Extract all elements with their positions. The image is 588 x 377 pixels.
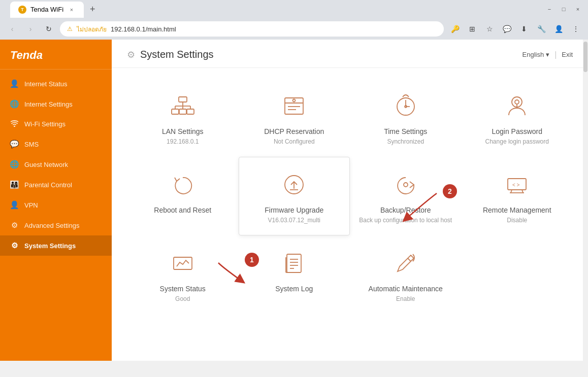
- maximize-button[interactable]: □: [559, 4, 569, 14]
- card-title: Automatic Maintenance: [369, 285, 443, 293]
- sidebar-item-label: SMS: [24, 141, 39, 148]
- app-container: Tenda 👤 Internet Status 🌐 Internet Setti…: [0, 40, 588, 361]
- svg-rect-30: [174, 257, 192, 269]
- card-title: System Status: [160, 285, 206, 293]
- sidebar-item-parental-control[interactable]: 👨‍👩‍👧 Parental Control: [0, 175, 112, 195]
- card-lan-settings[interactable]: LAN Settings 192.168.0.1: [127, 78, 239, 157]
- card-system-log[interactable]: System Log: [239, 235, 350, 314]
- svg-text:< >: < >: [512, 182, 520, 188]
- card-dhcp-reservation[interactable]: DHCP Reservation Not Configured: [239, 78, 350, 157]
- login-password-icon: [502, 91, 532, 121]
- sidebar-item-label: System Settings: [24, 242, 76, 250]
- sidebar-item-internet-settings[interactable]: 🌐 Internet Settings: [0, 94, 112, 114]
- title-bar: T Tenda WiFi × + − □ ×: [0, 0, 588, 18]
- new-tab-button[interactable]: +: [84, 1, 102, 18]
- card-title: Remote Management: [483, 206, 551, 214]
- back-button[interactable]: ‹: [5, 22, 19, 36]
- tab-favicon: T: [18, 6, 26, 14]
- card-automatic-maintenance[interactable]: Automatic Maintenance Enable: [350, 235, 462, 314]
- dhcp-icon: [279, 91, 309, 121]
- main-content: ⚙ System Settings English ▾ | Exit: [112, 40, 588, 361]
- maintenance-icon: [390, 248, 421, 279]
- minimize-button[interactable]: −: [544, 4, 554, 14]
- sidebar-item-system-settings[interactable]: ⚙ System Settings: [0, 235, 112, 256]
- card-subtitle: Disable: [507, 216, 527, 225]
- header-divider: |: [554, 50, 557, 59]
- card-title: DHCP Reservation: [264, 127, 324, 135]
- sidebar-nav: 👤 Internet Status 🌐 Internet Settings Wi…: [0, 70, 112, 340]
- svg-rect-2: [179, 109, 186, 114]
- card-remote-management[interactable]: < > Remote Management Disable: [462, 157, 573, 235]
- annotation-1: 1: [245, 253, 259, 267]
- system-settings-icon: ⚙: [9, 241, 19, 250]
- address-bar: ‹ › ↻ ⚠ ไม่ปลอดภัย 192.168.0.1/main.html…: [0, 18, 588, 40]
- refresh-button[interactable]: ↻: [42, 22, 56, 36]
- card-reboot-reset[interactable]: Reboot and Reset: [127, 157, 239, 235]
- svg-point-24: [404, 183, 408, 187]
- svg-rect-3: [187, 109, 194, 114]
- sidebar-item-sms[interactable]: 💬 SMS: [0, 134, 112, 154]
- address-text: 192.168.0.1/main.html: [111, 25, 176, 33]
- settings-grid: LAN Settings 192.168.0.1 DHCP Reservatio…: [112, 68, 588, 324]
- sidebar-item-advanced-settings[interactable]: ⚙ Advanced Settings: [0, 215, 112, 235]
- card-title: Backup/Restore: [380, 206, 431, 214]
- tab-title: Tenda WiFi: [30, 6, 63, 13]
- card-subtitle: Change login password: [485, 138, 549, 146]
- time-settings-icon: [390, 91, 421, 121]
- close-button[interactable]: ×: [573, 4, 583, 14]
- wifi-icon: [9, 120, 19, 128]
- svg-point-19: [515, 100, 519, 104]
- annotation-2: 2: [443, 184, 457, 198]
- card-subtitle: Synchronized: [387, 138, 424, 146]
- card-title: Firmware Upgrade: [265, 206, 323, 214]
- key-icon[interactable]: 🔑: [448, 22, 462, 36]
- grid-icon[interactable]: ⊞: [465, 22, 479, 36]
- sidebar-item-guest-network[interactable]: 🌐 Guest Network: [0, 154, 112, 175]
- card-firmware-upgrade[interactable]: Firmware Upgrade V16.03.07.12_multi: [239, 157, 350, 235]
- scrollbar-track[interactable]: [583, 40, 588, 361]
- backup-icon: [390, 169, 421, 200]
- sidebar-item-internet-status[interactable]: 👤 Internet Status: [0, 74, 112, 94]
- sidebar-item-label: VPN: [24, 201, 38, 209]
- exit-button[interactable]: Exit: [562, 51, 573, 58]
- page-title: System Settings: [140, 49, 214, 60]
- sidebar-item-label: Internet Settings: [24, 100, 73, 108]
- card-time-settings[interactable]: Time Settings Synchronized: [350, 78, 462, 157]
- active-tab[interactable]: T Tenda WiFi ×: [10, 2, 84, 18]
- language-label: English: [522, 51, 544, 58]
- vpn-icon: 👤: [9, 200, 19, 210]
- url-input[interactable]: ⚠ ไม่ปลอดภัย 192.168.0.1/main.html: [60, 21, 444, 37]
- language-selector[interactable]: English ▾: [522, 51, 550, 58]
- card-title: Time Settings: [384, 127, 427, 135]
- card-title: System Log: [275, 285, 313, 293]
- forward-button[interactable]: ›: [23, 22, 38, 36]
- card-system-status[interactable]: System Status Good: [127, 235, 239, 314]
- card-login-password[interactable]: Login Password Change login password: [462, 78, 573, 157]
- dropdown-icon: ▾: [546, 51, 549, 58]
- sidebar-item-wifi-settings[interactable]: Wi-Fi Settings: [0, 114, 112, 134]
- page-title-area: ⚙ System Settings: [127, 49, 214, 60]
- extension-icon[interactable]: 🔧: [534, 22, 548, 36]
- chat-icon[interactable]: 💬: [500, 22, 514, 36]
- security-icon: ⚠: [67, 25, 73, 32]
- star-icon[interactable]: ☆: [482, 22, 497, 36]
- sidebar-item-label: Advanced Settings: [24, 222, 79, 229]
- page-title-icon: ⚙: [127, 49, 135, 60]
- tab-close-button[interactable]: ×: [68, 6, 76, 14]
- system-log-icon: [279, 248, 309, 279]
- sidebar-bottom: [0, 340, 112, 361]
- profile-icon[interactable]: 👤: [551, 22, 566, 36]
- menu-icon[interactable]: ⋮: [569, 22, 583, 36]
- firmware-icon: [279, 169, 309, 200]
- logo-text: Tenda: [10, 49, 43, 61]
- scrollbar-thumb[interactable]: [583, 42, 587, 72]
- download-icon[interactable]: ⬇: [517, 22, 531, 36]
- page-header: ⚙ System Settings English ▾ | Exit: [112, 40, 588, 68]
- card-subtitle: Not Configured: [274, 138, 315, 146]
- window-controls: − □ ×: [544, 4, 583, 14]
- internet-status-icon: 👤: [9, 79, 19, 88]
- svg-line-38: [408, 258, 411, 261]
- sidebar-item-vpn[interactable]: 👤 VPN: [0, 195, 112, 215]
- card-subtitle: Good: [175, 295, 190, 303]
- card-title: Reboot and Reset: [154, 206, 211, 214]
